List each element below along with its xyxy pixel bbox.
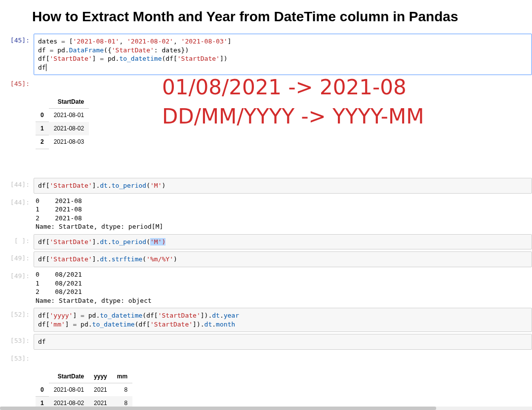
output-prompt: [45]:: [0, 77, 34, 87]
input-prompt: [ ]:: [0, 234, 34, 245]
code-input[interactable]: df['StartDate'].dt.to_period('M'): [34, 234, 532, 250]
code-cell[interactable]: [ ]: df['StartDate'].dt.to_period('M'): [0, 234, 532, 250]
input-prompt: [44]:: [0, 178, 34, 188]
output-prompt: [53]:: [0, 352, 34, 362]
code-input[interactable]: df['StartDate'].dt.strftime('%m/%Y'): [34, 251, 532, 267]
code-input[interactable]: df['StartDate'].dt.to_period('M'): [34, 178, 532, 194]
output-text: 0 08/2021 1 08/2021 2 08/2021 Name: Star…: [34, 269, 532, 306]
output-cell: [45]: StartDate02021-08-0112021-08-02220…: [0, 77, 532, 176]
output-area: StartDateyyyymm02021-08-012021812021-08-…: [34, 352, 532, 410]
code-cell[interactable]: [45]: dates = ['2021-08-01', '2021-08-02…: [0, 34, 532, 75]
code-input[interactable]: dates = ['2021-08-01', '2021-08-02', '20…: [34, 34, 532, 75]
input-prompt: [53]:: [0, 334, 34, 344]
code-cell[interactable]: [44]: df['StartDate'].dt.to_period('M'): [0, 178, 532, 194]
output-cell: [44]: 0 2021-08 1 2021-08 2 2021-08 Name…: [0, 196, 532, 232]
page-title: How to Extract Month and Year from DateT…: [32, 9, 532, 25]
scrollbar-thumb[interactable]: [0, 407, 436, 410]
horizontal-scrollbar[interactable]: [0, 407, 532, 410]
code-cell[interactable]: [53]: df: [0, 334, 532, 350]
dataframe-table: StartDateyyyymm02021-08-012021812021-08-…: [36, 370, 132, 410]
output-prompt: [49]:: [0, 269, 34, 280]
input-prompt: [49]:: [0, 251, 34, 262]
input-prompt: [45]:: [0, 34, 34, 44]
code-cell[interactable]: [52]: df['yyyy'] = pd.to_datetime(df['St…: [0, 308, 532, 332]
output-cell: [53]: StartDateyyyymm02021-08-0120218120…: [0, 352, 532, 410]
output-area: StartDate02021-08-0112021-08-0222021-08-…: [34, 77, 532, 176]
output-text: 0 2021-08 1 2021-08 2 2021-08 Name: Star…: [34, 196, 532, 232]
output-prompt: [44]:: [0, 196, 34, 206]
code-input[interactable]: df['yyyy'] = pd.to_datetime(df['StartDat…: [34, 308, 532, 332]
input-prompt: [52]:: [0, 308, 34, 318]
output-cell: [49]: 0 08/2021 1 08/2021 2 08/2021 Name…: [0, 269, 532, 306]
code-input[interactable]: df: [34, 334, 532, 350]
notebook: How to Extract Month and Year from DateT…: [0, 0, 532, 410]
annotation-overlay: 01/08/2021 -> 2021-08 DD/MM/YYYY -> YYYY…: [162, 73, 424, 131]
dataframe-table: StartDate02021-08-0112021-08-0222021-08-…: [36, 95, 89, 149]
code-cell[interactable]: [49]: df['StartDate'].dt.strftime('%m/%Y…: [0, 251, 532, 267]
